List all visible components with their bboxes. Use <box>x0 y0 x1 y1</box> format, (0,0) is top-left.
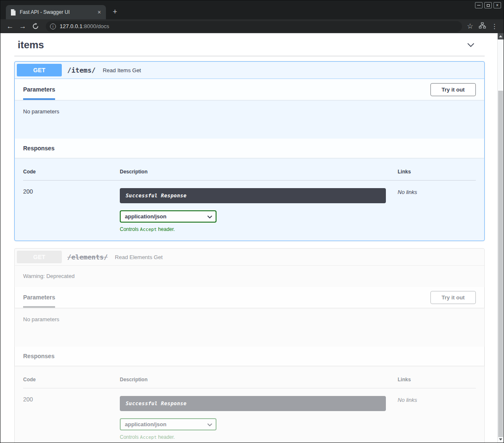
responses-table: Code Description Links 200 Successful Re… <box>15 366 484 443</box>
site-info-icon[interactable]: i <box>50 24 56 29</box>
note-code: Accept <box>140 227 157 232</box>
operation-path: /elements/ <box>67 253 108 261</box>
scrollbar-up-button[interactable] <box>498 33 504 39</box>
accept-header-note: Controls Accept header. <box>120 226 398 232</box>
response-links: No links <box>398 188 476 195</box>
new-tab-button[interactable]: + <box>109 6 121 18</box>
opblock-summary[interactable]: GET /elements/ Read Elements Get <box>15 249 484 266</box>
parameters-header: Parameters Try it out <box>15 79 484 100</box>
accept-header-note: Controls Accept header. <box>120 434 398 440</box>
address-bar[interactable]: i 127.0.0.1:8000/docs <box>46 21 462 32</box>
parameters-header: Parameters Try it out <box>15 287 484 308</box>
response-description-cell: Successful Response application/json Con… <box>120 188 398 232</box>
page-scrollbar[interactable] <box>497 33 504 443</box>
scrollbar-down-button[interactable] <box>498 436 504 443</box>
response-code: 200 <box>23 188 120 195</box>
scrollbar-thumb[interactable] <box>498 91 503 437</box>
col-header-links: Links <box>398 377 476 383</box>
tab-title: Fast API - Swagger UI <box>20 9 92 15</box>
tag-section-items[interactable]: items <box>14 37 485 56</box>
try-it-out-button[interactable]: Try it out <box>430 83 476 96</box>
window-minimize-button[interactable] <box>475 2 483 8</box>
browser-toolbar: ← → i 127.0.0.1:8000/docs ☆ ⋮ <box>0 19 504 33</box>
response-code: 200 <box>23 396 120 403</box>
browser-window: Fast API - Swagger UI × + × ← → i 127.0.… <box>0 0 504 443</box>
back-button[interactable]: ← <box>4 21 16 32</box>
scroll-up-icon <box>499 35 502 37</box>
response-row: 200 Successful Response application/json… <box>23 181 476 232</box>
note-suffix: header. <box>157 434 175 440</box>
responses-table-head: Code Description Links <box>23 371 476 388</box>
bookmark-star-icon[interactable]: ☆ <box>467 22 473 31</box>
tab-close-icon[interactable]: × <box>96 9 103 16</box>
response-links: No links <box>398 396 476 403</box>
response-description: Successful Response <box>120 396 386 411</box>
reload-button[interactable] <box>29 21 42 32</box>
url-path: :8000/docs <box>82 23 109 29</box>
tag-title: items <box>18 39 44 51</box>
col-header-code: Code <box>23 169 120 175</box>
maximize-icon <box>487 4 490 7</box>
response-description-cell: Successful Response application/json Con… <box>120 396 398 440</box>
window-maximize-button[interactable] <box>484 2 492 8</box>
media-type-select[interactable]: application/json <box>120 418 216 430</box>
browser-menu-icon[interactable]: ⋮ <box>491 23 498 30</box>
reload-icon <box>32 23 39 30</box>
url-host: 127.0.0.1 <box>60 23 82 29</box>
response-row: 200 Successful Response application/json… <box>23 388 476 440</box>
note-prefix: Controls <box>120 226 140 232</box>
tab-parameters[interactable]: Parameters <box>23 79 55 100</box>
flow-tree-icon[interactable] <box>479 22 486 30</box>
col-header-links: Links <box>398 169 476 175</box>
scroll-down-icon <box>499 438 502 440</box>
page-favicon-icon <box>11 9 16 16</box>
note-prefix: Controls <box>120 434 140 440</box>
method-badge: GET <box>17 64 62 76</box>
chevron-down-icon[interactable] <box>466 40 475 50</box>
close-icon: × <box>496 3 499 8</box>
opblock-get-elements-deprecated: GET /elements/ Read Elements Get Warning… <box>14 248 485 443</box>
toolbar-actions: ☆ ⋮ <box>467 22 498 31</box>
swagger-page: items GET /items/ Read Items Get Paramet… <box>0 33 498 443</box>
operation-summary: Read Elements Get <box>115 254 162 260</box>
minimize-icon <box>477 5 480 5</box>
tab-parameters[interactable]: Parameters <box>23 287 55 308</box>
opblock-get-items: GET /items/ Read Items Get Parameters Tr… <box>14 61 485 241</box>
responses-title: Responses <box>23 145 55 152</box>
media-type-select[interactable]: application/json <box>120 210 216 223</box>
media-type-control: application/json <box>120 418 216 430</box>
note-code: Accept <box>140 435 157 440</box>
window-controls: × <box>475 2 501 8</box>
operation-summary: Read Items Get <box>103 67 141 73</box>
responses-header: Responses <box>15 139 484 158</box>
responses-title: Responses <box>23 353 55 359</box>
col-header-description: Description <box>120 169 398 175</box>
opblock-summary[interactable]: GET /items/ Read Items Get <box>15 62 484 79</box>
responses-table: Code Description Links 200 Successful Re… <box>15 158 484 241</box>
url-text: 127.0.0.1:8000/docs <box>60 23 109 29</box>
browser-tab[interactable]: Fast API - Swagger UI × <box>6 5 106 19</box>
responses-table-head: Code Description Links <box>23 163 476 181</box>
deprecated-warning: Warning: Deprecated <box>15 266 484 287</box>
operation-path: /items/ <box>67 66 95 74</box>
no-parameters-text: No parameters <box>15 100 484 139</box>
no-parameters-text: No parameters <box>15 308 484 346</box>
note-suffix: header. <box>157 226 175 232</box>
col-header-code: Code <box>23 377 120 383</box>
col-header-description: Description <box>120 377 398 383</box>
method-badge: GET <box>17 251 62 263</box>
forward-button[interactable]: → <box>16 21 29 32</box>
window-close-button[interactable]: × <box>493 2 501 8</box>
responses-header: Responses <box>15 346 484 366</box>
response-description: Successful Response <box>120 188 386 203</box>
media-type-control: application/json <box>120 210 216 223</box>
try-it-out-button[interactable]: Try it out <box>430 291 476 304</box>
browser-titlebar: Fast API - Swagger UI × + × <box>0 0 504 19</box>
